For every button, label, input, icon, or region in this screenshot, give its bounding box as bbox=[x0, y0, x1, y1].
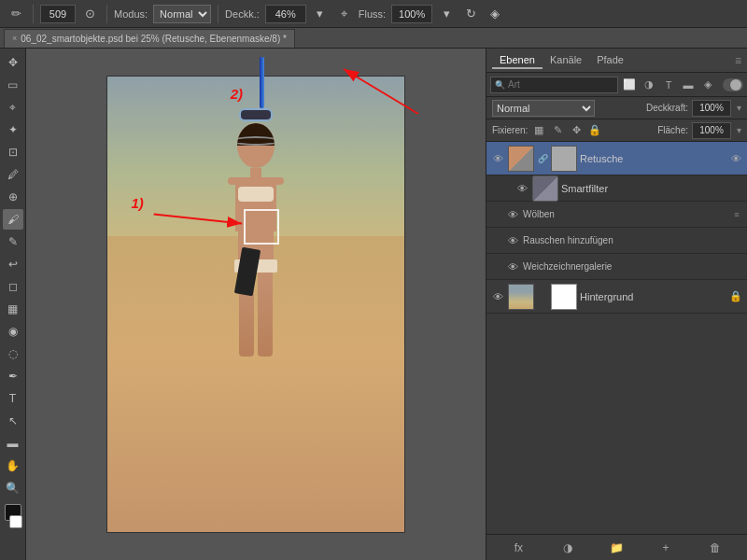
link-retusche: 🔗 bbox=[537, 153, 548, 164]
filter-smart-icon[interactable]: ◈ bbox=[699, 77, 716, 93]
layer-woelben[interactable]: 👁 Wölben ≡ bbox=[486, 202, 747, 228]
document-tab[interactable]: × 06_02_smartobjekte.psd bei 25% (Retusc… bbox=[4, 29, 295, 48]
visibility-weichzeichner[interactable]: 👁 bbox=[505, 259, 520, 274]
angle-icon[interactable]: ↻ bbox=[460, 4, 481, 24]
lasso-tool[interactable]: ⌖ bbox=[3, 97, 23, 118]
tab-kanaele[interactable]: Kanäle bbox=[543, 52, 589, 69]
airbrush-icon[interactable]: ⌖ bbox=[334, 4, 355, 24]
modus-select[interactable]: Normal bbox=[153, 5, 211, 23]
brush-tool-icon[interactable]: ✏ bbox=[6, 4, 26, 24]
zoom-tool[interactable]: 🔍 bbox=[3, 478, 23, 498]
layer-rauschen-name: Rauschen hinzufügen bbox=[523, 235, 743, 245]
layer-retusche[interactable]: 👁 🔗 Retusche 👁 bbox=[486, 142, 747, 175]
layer-search-box[interactable]: 🔍 bbox=[490, 77, 618, 93]
healing-tool[interactable]: ⊕ bbox=[3, 187, 23, 207]
filter-toggle[interactable] bbox=[723, 78, 743, 91]
fluss-input[interactable] bbox=[391, 5, 432, 23]
fx-button[interactable]: fx bbox=[509, 539, 528, 557]
layer-weichzeichner[interactable]: 👁 Weichzeichnergalerie bbox=[486, 254, 747, 280]
retusche-visibility-end[interactable]: 👁 bbox=[728, 151, 743, 166]
filter-text-icon[interactable]: T bbox=[660, 77, 677, 93]
hand-tool[interactable]: ✋ bbox=[3, 455, 23, 476]
layers-list: 👁 🔗 Retusche 👁 👁 Smartfilter 👁 Wölben ≡ bbox=[486, 142, 747, 534]
magic-wand-tool[interactable]: ✦ bbox=[3, 119, 23, 140]
layer-search-input[interactable] bbox=[508, 79, 613, 90]
filter-adjust-icon[interactable]: ◑ bbox=[641, 77, 657, 93]
opacity-label: Deckkraft: bbox=[646, 103, 688, 113]
blend-mode-select[interactable]: Normal bbox=[492, 100, 595, 117]
left-toolbar: ✥ ▭ ⌖ ✦ ⊡ 🖉 ⊕ 🖌 ✎ ↩ ◻ ▦ ◉ ◌ ✒ T ↖ ▬ ✋ 🔍 bbox=[0, 49, 26, 560]
shoulders bbox=[228, 177, 284, 185]
new-adjustment-button[interactable]: ◑ bbox=[558, 539, 577, 557]
visibility-retusche[interactable]: 👁 bbox=[490, 151, 505, 166]
layer-woelben-name: Wölben bbox=[523, 209, 727, 219]
fix-checkered-icon[interactable]: ▦ bbox=[531, 123, 546, 138]
opacity-input[interactable] bbox=[692, 100, 731, 117]
eraser-tool[interactable]: ◻ bbox=[3, 276, 23, 297]
panel-tabs: Ebenen Kanäle Pfade ≡ bbox=[486, 49, 747, 73]
selection-rect-tool[interactable]: ▭ bbox=[3, 75, 23, 95]
gradient-tool[interactable]: ▦ bbox=[3, 299, 23, 319]
new-layer-button[interactable]: + bbox=[656, 539, 675, 557]
panel-bottom: fx ◑ 📁 + 🗑 bbox=[486, 534, 747, 560]
canvas-image: 1) bbox=[106, 76, 405, 533]
thumb-smartfilter bbox=[532, 175, 558, 202]
search-icon: 🔍 bbox=[495, 80, 505, 90]
panel-menu-icon[interactable]: ≡ bbox=[735, 54, 741, 67]
blur-tool[interactable]: ◉ bbox=[3, 321, 23, 342]
text-tool[interactable]: T bbox=[3, 388, 23, 409]
pressure-icon[interactable]: ◈ bbox=[485, 4, 505, 24]
crop-tool[interactable]: ⊡ bbox=[3, 142, 23, 162]
canvas-area[interactable]: 1) 2) bbox=[26, 49, 486, 560]
tab-bar: × 06_02_smartobjekte.psd bei 25% (Retusc… bbox=[0, 28, 747, 49]
flaeche-input[interactable] bbox=[692, 122, 731, 139]
clone-stamp-tool[interactable]: ✎ bbox=[3, 231, 23, 252]
fix-move-icon[interactable]: ✥ bbox=[569, 123, 584, 138]
brush-size-icon[interactable]: ⊙ bbox=[79, 4, 100, 24]
tab-ebenen[interactable]: Ebenen bbox=[492, 52, 543, 69]
visibility-rauschen[interactable]: 👁 bbox=[505, 233, 520, 248]
fluss-arrow[interactable]: ▾ bbox=[436, 4, 457, 24]
layer-rauschen[interactable]: 👁 Rauschen hinzufügen bbox=[486, 228, 747, 254]
pen-tool[interactable]: ✒ bbox=[3, 366, 23, 386]
blend-mode-row: Normal Deckkraft: ▾ bbox=[486, 97, 747, 119]
fluss-label: Fluss: bbox=[359, 8, 386, 20]
layer-smartfilter[interactable]: 👁 Smartfilter bbox=[486, 175, 747, 202]
delete-layer-button[interactable]: 🗑 bbox=[706, 539, 725, 557]
move-tool[interactable]: ✥ bbox=[3, 52, 23, 73]
tab-pfade[interactable]: Pfade bbox=[589, 52, 631, 69]
path-select-tool[interactable]: ↖ bbox=[3, 411, 23, 431]
fixieren-row: Fixieren: ▦ ✎ ✥ 🔒 Fläche: ▾ bbox=[486, 119, 747, 142]
deckk-arrow[interactable]: ▾ bbox=[310, 4, 331, 24]
shape-tool[interactable]: ▬ bbox=[3, 433, 23, 454]
brush-tool[interactable]: 🖌 bbox=[3, 209, 23, 230]
dodge-tool[interactable]: ◌ bbox=[3, 343, 23, 364]
neck bbox=[250, 168, 261, 177]
label-1: 1) bbox=[131, 195, 143, 211]
visibility-woelben[interactable]: 👁 bbox=[505, 207, 520, 222]
fix-brush-icon[interactable]: ✎ bbox=[550, 123, 565, 138]
fix-lock-icon[interactable]: 🔒 bbox=[587, 123, 602, 138]
layer-hintergrund[interactable]: 👁 Hintergrund 🔒 bbox=[486, 280, 747, 314]
filter-shape-icon[interactable]: ▬ bbox=[680, 77, 697, 93]
opacity-arrow[interactable]: ▾ bbox=[737, 103, 741, 113]
visibility-hintergrund[interactable]: 👁 bbox=[490, 289, 505, 304]
visibility-smartfilter[interactable]: 👁 bbox=[514, 181, 529, 196]
deckk-input[interactable] bbox=[265, 5, 306, 23]
background-color[interactable] bbox=[9, 515, 22, 528]
woelben-filter-icon: ≡ bbox=[730, 208, 743, 221]
eyedropper-tool[interactable]: 🖉 bbox=[3, 164, 23, 185]
layers-panel: Ebenen Kanäle Pfade ≡ 🔍 ⬜ ◑ T ▬ ◈ Normal bbox=[486, 49, 747, 560]
filter-pixel-icon[interactable]: ⬜ bbox=[621, 77, 638, 93]
thumb-retusche-mask bbox=[551, 146, 577, 172]
new-group-button[interactable]: 📁 bbox=[607, 539, 626, 557]
separator-3 bbox=[218, 5, 218, 23]
label-2: 2) bbox=[231, 86, 243, 102]
history-brush-tool[interactable]: ↩ bbox=[3, 254, 23, 274]
brush-size-input[interactable] bbox=[40, 5, 76, 23]
thumb-hintergrund bbox=[508, 284, 534, 310]
flaeche-label: Fläche: bbox=[657, 125, 688, 135]
tab-close-x[interactable]: × bbox=[12, 34, 17, 43]
flaeche-arrow[interactable]: ▾ bbox=[737, 125, 741, 135]
link-hintergrund bbox=[537, 291, 548, 302]
